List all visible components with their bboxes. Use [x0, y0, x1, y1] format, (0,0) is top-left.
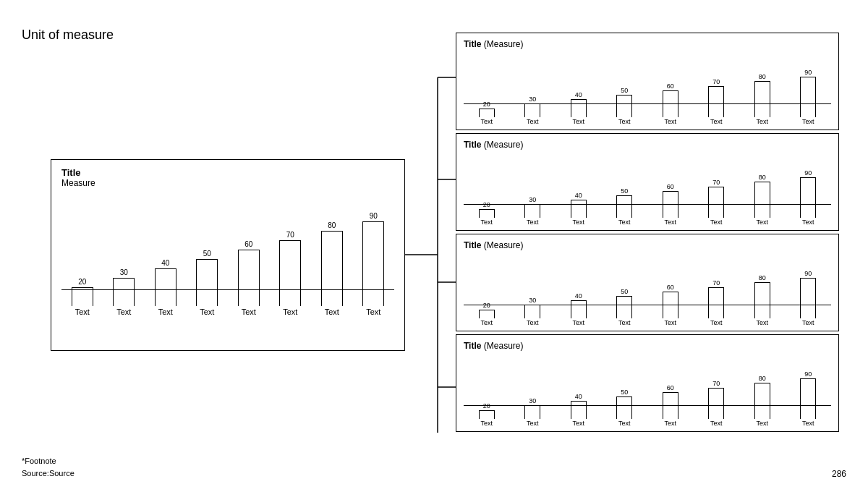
small-bar-rect [479, 410, 495, 419]
small-baseline-2 [464, 305, 831, 306]
bar-label: Text [145, 308, 187, 316]
small-bar-labels-1: TextTextTextTextTextTextTextText [464, 219, 831, 226]
main-bar-group: 80 [311, 221, 353, 306]
small-bar-labels-0: TextTextTextTextTextTextTextText [464, 118, 831, 125]
small-bar-rect [708, 187, 724, 218]
small-bar-label: Text [556, 420, 602, 427]
small-bar-labels-2: TextTextTextTextTextTextTextText [464, 319, 831, 326]
small-chart-0: Title (Measure)2030405060708090TextTextT… [456, 33, 839, 130]
small-bar-value: 40 [575, 91, 582, 98]
small-bar-rect [616, 396, 632, 419]
bar-rect [113, 278, 135, 306]
small-bar-group: 30 [510, 196, 556, 218]
small-bar-rect [571, 401, 587, 419]
right-panel: Title (Measure)2030405060708090TextTextT… [456, 33, 839, 435]
small-bar-label: Text [786, 118, 832, 125]
small-bar-label: Text [464, 420, 510, 427]
small-bar-rect [524, 103, 540, 117]
small-bar-group: 70 [694, 179, 740, 218]
small-bar-label: Text [647, 420, 694, 427]
main-bar-group: 70 [270, 231, 312, 306]
bar-label: Text [353, 308, 395, 316]
small-bar-label: Text [556, 219, 602, 226]
small-chart-title-bold-3: Title [464, 341, 481, 351]
bar-rect [321, 231, 343, 306]
small-chart-title-bold-2: Title [464, 240, 481, 250]
footnote: *Footnote Source:Source [22, 455, 75, 479]
small-bar-rect [616, 296, 632, 318]
small-bar-label: Text [694, 219, 740, 226]
small-bar-group: 40 [556, 192, 602, 218]
small-bar-chart-3: 2030405060708090 [464, 354, 831, 419]
main-bar-group: 60 [228, 240, 270, 306]
small-bar-rect [479, 109, 495, 117]
small-chart-2: Title (Measure)2030405060708090TextTextT… [456, 234, 839, 331]
small-bar-value: 60 [667, 82, 674, 90]
small-chart-title-bold-0: Title [464, 39, 481, 49]
bar-rect [238, 250, 260, 306]
small-bar-value: 80 [759, 73, 766, 80]
small-bar-group: 40 [556, 393, 602, 419]
small-bar-value: 70 [712, 179, 720, 186]
small-bar-label: Text [739, 118, 786, 125]
small-bar-value: 70 [712, 380, 720, 387]
small-bar-value: 80 [759, 274, 766, 281]
small-bar-label: Text [739, 420, 786, 427]
small-bar-group: 40 [556, 91, 602, 117]
small-bar-value: 30 [529, 96, 536, 103]
small-bar-rect [754, 182, 770, 218]
small-bar-label: Text [647, 118, 694, 125]
small-bar-value: 50 [621, 187, 628, 195]
small-bar-label: Text [510, 319, 556, 326]
bar-rect [155, 268, 176, 306]
small-bar-value: 50 [621, 288, 628, 295]
small-bar-label: Text [556, 118, 602, 125]
small-bar-group: 30 [510, 96, 556, 117]
small-bar-value: 40 [575, 393, 582, 400]
small-bar-label: Text [602, 219, 648, 226]
small-bar-group: 50 [602, 389, 648, 419]
main-bar-group: 40 [145, 259, 187, 306]
bar-label: Text [270, 308, 312, 316]
small-bar-value: 60 [667, 284, 674, 291]
small-bar-rect [754, 383, 770, 419]
main-chart-subtitle: Measure [61, 178, 394, 188]
small-bar-label: Text [602, 319, 648, 326]
bar-value: 80 [328, 221, 336, 229]
small-bar-group: 80 [739, 375, 786, 419]
bar-rect [279, 240, 301, 306]
small-bar-rect [524, 405, 540, 419]
bar-rect [196, 259, 218, 306]
small-bar-value: 70 [712, 78, 720, 85]
small-bar-label: Text [647, 319, 694, 326]
small-bar-group: 80 [739, 274, 786, 318]
small-bar-label: Text [647, 219, 694, 226]
small-bar-group: 90 [786, 169, 832, 218]
small-chart-1: Title (Measure)2030405060708090TextTextT… [456, 133, 839, 231]
small-bar-label: Text [739, 219, 786, 226]
small-chart-title-suffix-0: (Measure) [481, 39, 523, 49]
small-bar-value: 40 [575, 292, 582, 300]
page-number: 286 [832, 469, 846, 479]
small-chart-title-2: Title (Measure) [464, 240, 831, 250]
small-bar-value: 90 [804, 69, 812, 76]
small-bar-label: Text [786, 219, 832, 226]
small-bar-group: 90 [786, 370, 832, 419]
small-bar-value: 60 [667, 384, 674, 391]
small-bar-value: 80 [759, 174, 766, 181]
bar-rect [362, 221, 384, 306]
small-chart-3: Title (Measure)2030405060708090TextTextT… [456, 334, 839, 432]
small-bar-chart-2: 2030405060708090 [464, 253, 831, 318]
small-bar-group: 60 [647, 284, 694, 318]
small-bar-rect [479, 310, 495, 318]
small-bar-rect [616, 95, 632, 117]
small-baseline-0 [464, 103, 831, 105]
main-bar-labels: TextTextTextTextTextTextTextText [61, 308, 394, 316]
bar-label: Text [187, 308, 229, 316]
small-bar-label: Text [739, 319, 786, 326]
small-bar-rect [571, 300, 587, 318]
small-bar-group: 50 [602, 288, 648, 318]
bar-label: Text [228, 308, 270, 316]
small-chart-title-suffix-1: (Measure) [481, 140, 523, 150]
small-bar-rect [571, 200, 587, 218]
